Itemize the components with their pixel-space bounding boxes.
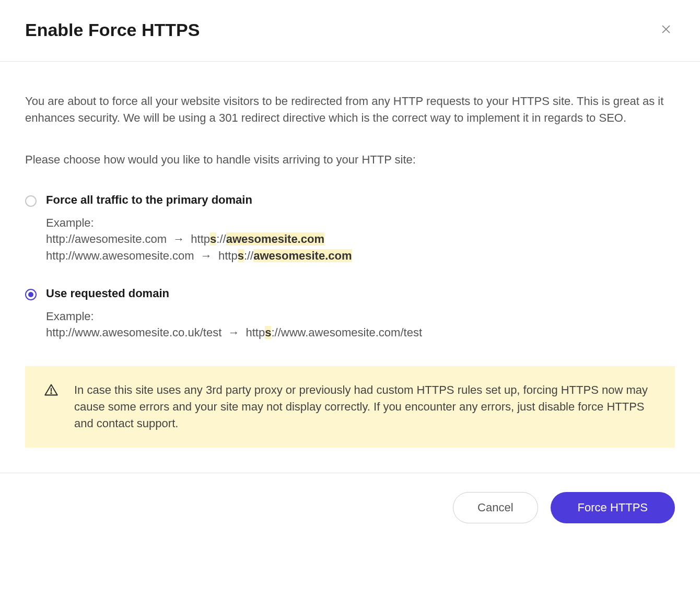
arrow-right-icon: →	[201, 248, 212, 264]
warning-box: In case this site uses any 3rd party pro…	[25, 366, 675, 448]
modal-header: Enable Force HTTPS	[0, 0, 700, 62]
example-to-prefix: http	[218, 249, 238, 262]
modal-body: You are about to force all your website …	[0, 62, 700, 473]
modal-title: Enable Force HTTPS	[25, 20, 200, 40]
example-line: http://www.awesomesite.co.uk/test → http…	[46, 324, 675, 341]
example-line: http://awesomesite.com → https://awesome…	[46, 231, 675, 248]
highlight-domain: awesomesite.com	[226, 232, 324, 245]
example-from: http://www.awesomesite.com	[46, 249, 194, 262]
highlight-s: s	[265, 326, 271, 339]
arrow-right-icon: →	[228, 324, 239, 341]
arrow-right-icon: →	[173, 231, 184, 248]
svg-point-3	[51, 393, 51, 393]
radio-group: Force all traffic to the primary domain …	[25, 193, 675, 342]
example-label: Example:	[46, 310, 675, 323]
example-from: http://www.awesomesite.co.uk/test	[46, 326, 221, 339]
example-to-prefix: http	[191, 232, 210, 245]
modal-footer: Cancel Force HTTPS	[0, 473, 700, 549]
close-button[interactable]	[657, 20, 675, 40]
example-to-sep: ://	[244, 249, 253, 262]
example-to-sep: ://	[216, 232, 226, 245]
warning-text: In case this site uses any 3rd party pro…	[74, 382, 656, 432]
example-from: http://awesomesite.com	[46, 232, 167, 245]
highlight-s: s	[238, 249, 244, 262]
radio-content: Use requested domain Example: http://www…	[46, 287, 675, 341]
radio-content: Force all traffic to the primary domain …	[46, 193, 675, 264]
example-to-rest: ://www.awesomesite.com/test	[271, 326, 422, 339]
cancel-button[interactable]: Cancel	[453, 492, 538, 523]
radio-option-primary-domain[interactable]: Force all traffic to the primary domain …	[25, 193, 675, 264]
radio-label-requested: Use requested domain	[46, 287, 675, 300]
example-line: http://www.awesomesite.com → https://awe…	[46, 248, 675, 264]
radio-option-requested-domain[interactable]: Use requested domain Example: http://www…	[25, 287, 675, 341]
choose-prompt: Please choose how would you like to hand…	[25, 151, 675, 168]
intro-text: You are about to force all your website …	[25, 93, 675, 126]
radio-label-primary: Force all traffic to the primary domain	[46, 193, 675, 207]
example-to-prefix: http	[246, 326, 265, 339]
force-https-button[interactable]: Force HTTPS	[551, 492, 675, 523]
radio-indicator	[25, 195, 37, 207]
radio-indicator-selected	[25, 289, 37, 300]
warning-icon	[44, 383, 59, 400]
close-icon	[660, 24, 672, 37]
highlight-domain: awesomesite.com	[253, 249, 352, 262]
highlight-s: s	[210, 232, 216, 245]
example-label: Example:	[46, 216, 675, 230]
